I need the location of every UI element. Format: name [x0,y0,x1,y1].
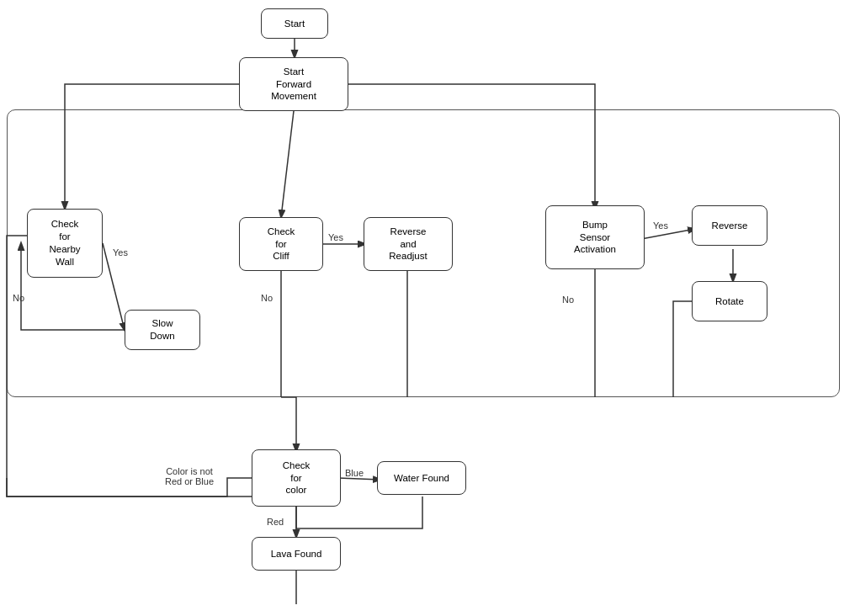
yes-bump-label: Yes [653,220,668,231]
reverse-node: Reverse [692,205,767,246]
yes-wall-label: Yes [113,247,128,258]
water-found-node: Water Found [377,461,466,495]
reverse-readjust-node: ReverseandReadjust [364,217,453,271]
color-not-label: Color is notRed or Blue [135,466,244,486]
check-cliff-node: CheckforCliff [239,217,323,271]
rotate-node: Rotate [692,281,767,321]
bump-sensor-node: BumpSensorActivation [545,205,645,269]
no-wall-label: No [13,293,24,303]
svg-line-8 [338,478,380,480]
no-bump-label: No [562,295,574,305]
red-label: Red [267,517,284,527]
flowchart: Start StartForwardMovement CheckforNearb… [0,0,855,616]
yes-cliff-label: Yes [328,232,343,242]
start-forward-node: StartForwardMovement [239,57,348,111]
check-color-node: Checkforcolor [252,449,341,507]
lava-found-node: Lava Found [252,537,341,571]
check-wall-node: CheckforNearbyWall [27,209,103,278]
no-cliff-label: No [261,293,273,303]
blue-label: Blue [345,468,364,478]
slow-down-node: SlowDown [125,310,200,350]
start-node: Start [261,8,328,39]
